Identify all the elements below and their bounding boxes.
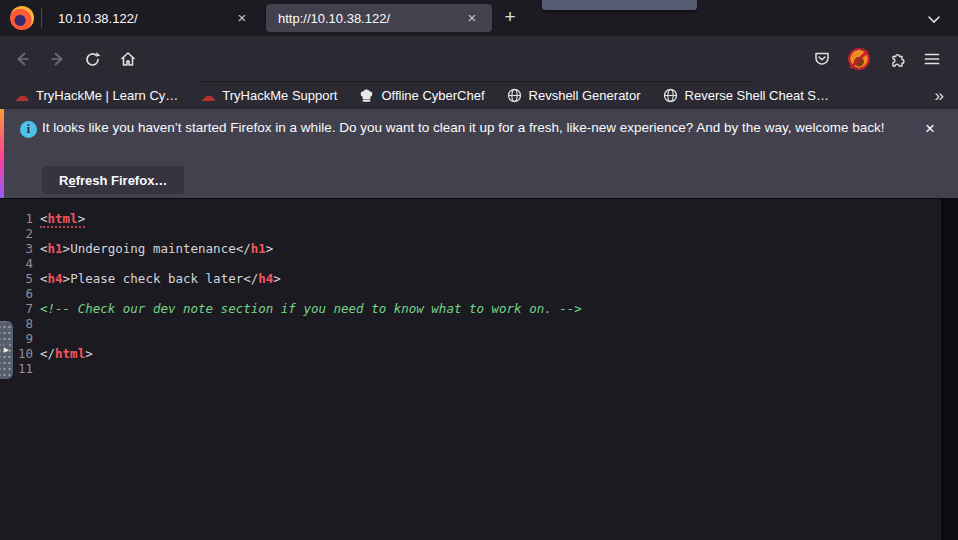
close-icon[interactable]: × — [918, 118, 942, 142]
code-text: </html> — [40, 346, 93, 361]
line-number: 1 — [7, 211, 33, 226]
popup-remnant — [542, 0, 697, 10]
forward-icon[interactable] — [44, 45, 72, 73]
bookmark-revshell-generator[interactable]: Revshell Generator — [507, 88, 641, 103]
reload-icon[interactable] — [78, 45, 106, 73]
code-text: <!-- Check our dev note section if you n… — [40, 301, 582, 316]
firefox-window: 10.10.38.122/ × http://10.10.38.122/ × + — [0, 0, 958, 540]
home-icon[interactable] — [114, 45, 142, 73]
source-line: 4 — [7, 256, 582, 271]
navigation-toolbar: view-source:http://10.10.38.122/ — [0, 36, 958, 82]
notification-message: It looks like you haven’t started Firefo… — [42, 119, 902, 136]
globe-icon — [507, 88, 522, 103]
source-line: 5<h4>Please check back later</h4> — [7, 271, 582, 286]
close-icon[interactable]: × — [232, 8, 252, 28]
tab-title: http://10.10.38.122/ — [278, 11, 462, 26]
tab-bar: 10.10.38.122/ × http://10.10.38.122/ × + — [0, 0, 958, 36]
source-line: 8 — [7, 316, 582, 331]
line-number: 7 — [7, 301, 33, 316]
close-icon[interactable]: × — [462, 8, 482, 28]
hamburger-menu-icon[interactable] — [918, 45, 946, 73]
scrollbar-track[interactable] — [941, 199, 958, 540]
line-number: 2 — [7, 226, 33, 241]
bookmark-label: Revshell Generator — [529, 88, 641, 103]
pocket-icon[interactable] — [808, 45, 836, 73]
firefox-logo-icon — [10, 6, 34, 30]
tab-title: 10.10.38.122/ — [58, 11, 232, 26]
source-line: 9 — [7, 331, 582, 346]
refresh-firefox-button[interactable]: Refresh Firefox… — [42, 166, 184, 194]
line-number: 5 — [7, 271, 33, 286]
bookmark-label: Reverse Shell Cheat S… — [685, 88, 830, 103]
source-line: 1<html> — [7, 211, 582, 226]
source-code: 1<html>23<h1>Undergoing maintenance</h1>… — [7, 211, 582, 376]
bookmarks-toolbar: ☁ TryHackMe | Learn Cy… ☁ TryHackMe Supp… — [0, 82, 958, 109]
source-line: 6 — [7, 286, 582, 301]
source-line: 3<h1>Undergoing maintenance</h1> — [7, 241, 582, 256]
info-icon: i — [20, 121, 37, 138]
disabled-ring — [848, 48, 870, 70]
new-tab-button[interactable]: + — [498, 6, 522, 30]
code-text: <html> — [40, 211, 85, 228]
tab-separator — [41, 8, 42, 28]
tryhackme-cloud-icon: ☁ — [200, 89, 215, 102]
bookmark-reverse-shell-cheatsheet[interactable]: Reverse Shell Cheat S… — [663, 88, 830, 103]
bookmark-tryhackme[interactable]: ☁ TryHackMe | Learn Cy… — [14, 88, 178, 103]
globe-icon — [663, 88, 678, 103]
tryhackme-cloud-icon: ☁ — [14, 89, 29, 102]
source-line: 2 — [7, 226, 582, 241]
view-source-content: 1<html>23<h1>Undergoing maintenance</h1>… — [0, 198, 958, 540]
bookmark-tryhackme-support[interactable]: ☁ TryHackMe Support — [200, 88, 337, 103]
hidden-panel-handle[interactable]: ▶ — [0, 321, 13, 379]
line-number: 6 — [7, 286, 33, 301]
bookmark-offline-cyberchef[interactable]: Offline CyberChef — [359, 88, 484, 103]
source-line: 11 — [7, 361, 582, 376]
source-line: 10</html> — [7, 346, 582, 361]
back-icon[interactable] — [8, 45, 36, 73]
refresh-firefox-notification: i It looks like you haven’t started Fire… — [0, 109, 958, 198]
bookmark-label: TryHackMe | Learn Cy… — [36, 88, 178, 103]
bookmarks-overflow-chevron[interactable]: » — [935, 86, 944, 106]
code-text: <h4>Please check back later</h4> — [40, 271, 281, 286]
source-line: 7<!-- Check our dev note section if you … — [7, 301, 582, 316]
line-number: 3 — [7, 241, 33, 256]
expand-arrow-icon: ▶ — [4, 344, 9, 356]
notification-accent-stripe — [0, 109, 4, 198]
bookmark-label: TryHackMe Support — [222, 88, 337, 103]
foxyproxy-icon[interactable] — [845, 45, 873, 73]
tab-view-source-active[interactable]: http://10.10.38.122/ × — [266, 4, 492, 32]
extensions-puzzle-icon[interactable] — [884, 45, 912, 73]
bookmark-label: Offline CyberChef — [381, 88, 484, 103]
tab-site[interactable]: 10.10.38.122/ × — [44, 0, 262, 36]
line-number: 4 — [7, 256, 33, 271]
chef-hat-icon — [359, 89, 374, 103]
list-all-tabs-chevron-icon[interactable] — [922, 7, 946, 31]
code-text: <h1>Undergoing maintenance</h1> — [40, 241, 273, 256]
